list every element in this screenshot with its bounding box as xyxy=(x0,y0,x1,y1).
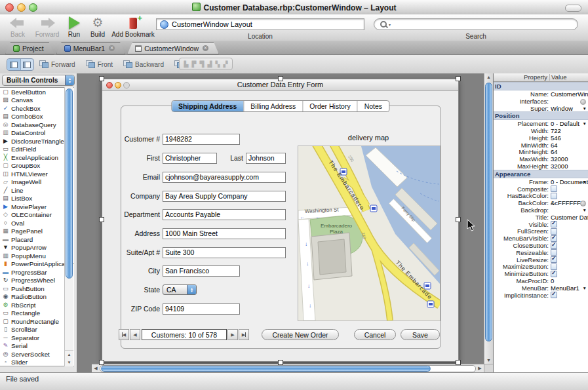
tab-project[interactable]: Project xyxy=(5,42,54,54)
library-item-bevelbutton[interactable]: ▢BevelButton xyxy=(0,88,74,96)
property-checkbox[interactable] xyxy=(551,185,557,192)
library-item-slider[interactable]: ◦Slider xyxy=(0,359,74,367)
zip-code-field[interactable]: 94109 xyxy=(163,303,240,315)
canvas-scroll-up-icon[interactable]: ▲ xyxy=(484,75,493,79)
canvas-horizontal-scrollbar[interactable]: ◀ ▶ xyxy=(92,364,484,372)
canvas-horizontal-scroll-track[interactable] xyxy=(100,365,476,372)
last-name-field[interactable]: Johnson xyxy=(246,153,286,164)
library-scrollbar[interactable]: ▲ ▼ xyxy=(64,87,73,366)
property-checkbox[interactable] xyxy=(551,228,557,235)
address-field[interactable]: 1000 Main Street xyxy=(163,228,286,239)
customer-field[interactable]: 1948282 xyxy=(163,134,240,145)
library-item-pagepanel[interactable]: ▦PagePanel xyxy=(0,227,74,236)
property-checkbox[interactable] xyxy=(551,256,557,263)
selection-handle-se[interactable] xyxy=(456,360,461,365)
canvas-vertical-scroll-thumb[interactable] xyxy=(485,83,492,341)
canvas-scroll-down-icon[interactable]: ▼ xyxy=(484,358,493,362)
property-value[interactable] xyxy=(551,193,588,199)
library-item-combobox[interactable]: ▤ComboBox xyxy=(0,113,74,121)
library-item-serial[interactable]: ✎Serial xyxy=(0,342,74,351)
property-column-header[interactable]: Property xyxy=(494,73,547,81)
property-checkbox[interactable] xyxy=(551,221,557,227)
property-value[interactable] xyxy=(551,221,588,227)
dropdown-arrow-icon[interactable]: ▼ xyxy=(583,180,587,184)
selection-handle-sw[interactable] xyxy=(99,360,104,365)
library-item-movieplayer[interactable]: ▶MoviePlayer xyxy=(0,203,74,211)
property-checkbox[interactable] xyxy=(551,292,557,298)
library-item-databasequery[interactable]: ◎DatabaseQuery xyxy=(0,121,74,129)
department-field[interactable]: Accounts Payable xyxy=(163,209,286,220)
selection-handle-ne[interactable] xyxy=(456,76,461,81)
backward-button[interactable]: Backward xyxy=(123,60,164,68)
property-value[interactable]: Customer Data E... xyxy=(551,214,588,221)
library-item-placard[interactable]: ▬Placard xyxy=(0,235,74,244)
create-new-order-button[interactable]: Create New Order xyxy=(262,329,339,340)
library-item-rectangle[interactable]: ▭Rectangle xyxy=(0,309,74,318)
property-value[interactable]: 32000 xyxy=(551,163,588,170)
dropdown-arrow-icon[interactable]: ▼ xyxy=(583,121,587,126)
selection-handle-e[interactable] xyxy=(456,217,461,222)
property-value[interactable] xyxy=(551,256,588,263)
form-tab-notes[interactable]: Notes xyxy=(358,101,389,111)
library-item-excelapplication[interactable]: ╳ExcelApplication xyxy=(0,153,74,162)
property-value[interactable] xyxy=(551,228,588,235)
property-value[interactable]: CustomerWindow xyxy=(551,90,588,98)
library-item-pushbutton[interactable]: ▭PushButton xyxy=(0,284,74,293)
library-item-listbox[interactable]: ▤ListBox xyxy=(0,195,74,203)
property-value[interactable] xyxy=(551,243,588,249)
selection-handle-nw[interactable] xyxy=(99,76,104,81)
back-button[interactable]: Back xyxy=(5,16,30,38)
state-popup[interactable]: CA▲▼ xyxy=(163,284,197,295)
delivery-map[interactable]: ← ← ↓ ↓ ↓ ↓ The Embarcadero The Embarcad… xyxy=(298,146,441,321)
scroll-up-icon[interactable]: ▲ xyxy=(68,353,71,357)
library-item-olecontainer[interactable]: ◇OLEContainer xyxy=(0,211,74,220)
editor-mode-segmented-control[interactable] xyxy=(7,58,34,71)
tab-menubar1[interactable]: MenuBar1× xyxy=(56,42,125,54)
property-checkbox[interactable] xyxy=(551,249,557,256)
selection-handle-s[interactable] xyxy=(278,360,283,365)
location-field[interactable]: CustomerWindow Layout xyxy=(156,18,364,30)
forward-button[interactable]: Forward xyxy=(33,16,62,38)
property-checkbox[interactable] xyxy=(551,243,557,249)
library-item-powerpointapplication[interactable]: ▮PowerPointApplication xyxy=(0,260,74,269)
property-checkbox[interactable] xyxy=(551,271,557,277)
library-item-progressbar[interactable]: ▬ProgressBar xyxy=(0,268,74,277)
dropdown-arrow-icon[interactable]: ▼ xyxy=(583,106,587,111)
library-item-rbscript[interactable]: ⚙RbScript xyxy=(0,301,74,309)
code-mode-segment[interactable] xyxy=(21,59,34,70)
property-value[interactable]: 32000 xyxy=(551,155,588,163)
city-field[interactable]: San Francisco xyxy=(163,265,240,277)
library-item-disclosuretriangle[interactable]: ▶DisclosureTriangle xyxy=(0,137,74,146)
property-checkbox[interactable] xyxy=(551,193,557,199)
property-value[interactable] xyxy=(551,235,588,242)
library-item-htmlviewer[interactable]: ◫HTMLViewer xyxy=(0,170,74,178)
build-button[interactable]: ⚙ Build xyxy=(87,16,109,38)
form-tab-shipping-address[interactable]: Shipping Address xyxy=(172,101,244,111)
library-item-popupmenu[interactable]: ▥PopupMenu xyxy=(0,252,74,260)
property-value[interactable] xyxy=(551,185,588,192)
library-item-radiobutton[interactable]: ◉RadioButton xyxy=(0,293,74,302)
property-value[interactable]: 546 xyxy=(551,134,588,142)
canvas-scroll-right-icon[interactable]: ▶ xyxy=(476,366,484,371)
library-item-checkbox[interactable]: ✓CheckBox xyxy=(0,104,74,113)
selection-handle-w[interactable] xyxy=(99,217,104,222)
library-item-editfield[interactable]: ▭EditField xyxy=(0,146,74,154)
library-item-roundrectangle[interactable]: ▢RoundRectangle xyxy=(0,317,74,326)
library-scroll-thumb[interactable] xyxy=(66,88,73,279)
email-field[interactable]: cjohnson@bayareasupply.com xyxy=(163,172,286,183)
dropdown-arrow-icon[interactable]: ▼ xyxy=(583,286,587,290)
cancel-button[interactable]: Cancel xyxy=(354,329,396,340)
value-column-header[interactable]: Value xyxy=(551,73,567,81)
library-item-line[interactable]: ╱Line xyxy=(0,186,74,195)
library-item-separator[interactable]: ─Separator xyxy=(0,334,74,342)
property-value[interactable]: 0 xyxy=(551,277,588,284)
library-item-progresswheel[interactable]: ↻ProgressWheel xyxy=(0,277,74,285)
close-tab-icon[interactable]: × xyxy=(109,45,115,51)
library-item-canvas[interactable]: ▨Canvas xyxy=(0,96,74,105)
save-button[interactable]: Save xyxy=(401,329,440,340)
property-checkbox[interactable] xyxy=(551,235,557,242)
tab-customerwindow[interactable]: CustomerWindow× xyxy=(127,42,219,54)
search-scope-caret-icon[interactable]: ▾ xyxy=(389,22,391,27)
form-tab-order-history[interactable]: Order History xyxy=(303,101,357,111)
canvas-scroll-left-icon[interactable]: ◀ xyxy=(92,366,100,371)
